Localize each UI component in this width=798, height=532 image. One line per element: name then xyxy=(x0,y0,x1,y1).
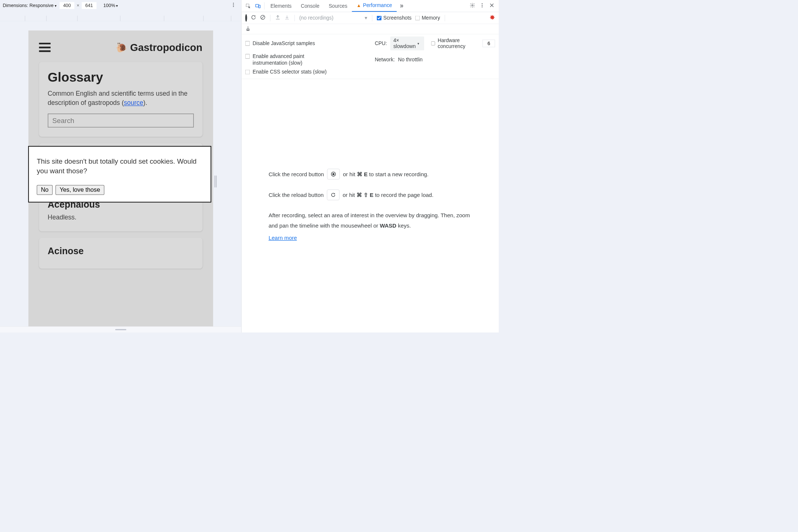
glossary-heading: Glossary xyxy=(48,70,194,85)
record-button[interactable] xyxy=(245,15,247,21)
network-throttle-select[interactable]: No throttlin xyxy=(398,57,422,62)
svg-point-2 xyxy=(233,6,234,7)
svg-rect-3 xyxy=(256,4,259,7)
hamburger-menu-icon[interactable] xyxy=(39,43,50,52)
drawer-handle[interactable] xyxy=(0,327,241,332)
entry-def: Headless. xyxy=(48,213,194,222)
ruler xyxy=(0,11,241,21)
zoom-dropdown[interactable]: 100% xyxy=(103,3,118,8)
reload-record-icon[interactable] xyxy=(251,14,256,21)
device-toolbar-menu-icon[interactable] xyxy=(228,2,239,9)
glossary-search-input[interactable] xyxy=(48,114,194,128)
devtools-menu-icon[interactable] xyxy=(480,3,485,10)
no-recordings-label: (no recordings) xyxy=(299,15,333,21)
svg-point-0 xyxy=(233,3,234,4)
times-symbol: × xyxy=(77,3,79,8)
perf-toolbar: (no recordings) ▾ Screenshots Memory xyxy=(242,12,499,24)
inspect-element-icon[interactable] xyxy=(243,0,253,12)
warning-icon: ▲ xyxy=(357,3,361,8)
snail-icon: 🐌 xyxy=(116,42,127,52)
tab-console[interactable]: Console xyxy=(296,0,324,12)
instruction-para: After recording, select an area of inter… xyxy=(269,211,472,231)
reload-button-inline[interactable] xyxy=(327,190,340,200)
setting-network-throttle: Network: No throttlin xyxy=(375,53,495,66)
hw-concurrency-input[interactable] xyxy=(482,40,495,47)
kebab-icon xyxy=(231,2,236,8)
app-title-text: Gastropodicon xyxy=(130,42,202,53)
load-profile-icon[interactable] xyxy=(275,14,280,21)
viewport-width-input[interactable] xyxy=(59,2,74,9)
device-toolbar: Dimensions: Responsive × 100% xyxy=(0,0,241,11)
glossary-source-link[interactable]: source xyxy=(124,99,143,106)
more-tabs-icon[interactable] xyxy=(397,0,406,12)
svg-rect-4 xyxy=(259,5,260,8)
tab-performance[interactable]: ▲ Performance xyxy=(352,0,397,12)
page-header: 🐌 Gastropodicon xyxy=(28,31,213,56)
app-title: 🐌 Gastropodicon xyxy=(116,42,202,53)
cpu-throttle-select[interactable]: 4× slowdown▾ xyxy=(390,37,424,51)
entry-card: Acinose xyxy=(39,238,202,269)
screenshots-checkbox[interactable]: Screenshots xyxy=(377,15,412,21)
perf-empty-state: Click the record button or hit ⌘ E to st… xyxy=(242,79,499,332)
svg-point-6 xyxy=(482,3,483,4)
recordings-dropdown-icon[interactable]: ▾ xyxy=(365,15,367,21)
save-profile-icon[interactable] xyxy=(284,14,290,21)
settings-gear-icon[interactable] xyxy=(470,3,475,10)
cookie-text: This site doesn't but totally could set … xyxy=(37,156,202,176)
memory-checkbox[interactable]: Memory xyxy=(415,15,440,21)
collect-garbage-icon[interactable] xyxy=(245,25,251,33)
devtools-panel: Elements Console Sources ▲ Performance xyxy=(241,0,499,332)
setting-css-stats[interactable]: Enable CSS selector stats (slow) xyxy=(245,69,366,75)
close-devtools-icon[interactable] xyxy=(489,3,495,10)
svg-point-1 xyxy=(233,4,234,6)
svg-point-5 xyxy=(472,4,473,6)
instruction-reload-line: Click the reload button or hit ⌘ ⇧ E to … xyxy=(269,190,472,200)
setting-hw-concurrency[interactable]: Hardware concurrency xyxy=(431,37,495,50)
capture-settings: Disable JavaScript samples CPU: 4× slowd… xyxy=(242,34,499,79)
tab-sources[interactable]: Sources xyxy=(324,0,352,12)
tab-elements[interactable]: Elements xyxy=(266,0,296,12)
record-button-inline[interactable] xyxy=(327,169,340,180)
instruction-record-line: Click the record button or hit ⌘ E to st… xyxy=(269,169,472,180)
viewport-resize-handle[interactable] xyxy=(214,175,217,188)
learn-more-link[interactable]: Learn more xyxy=(269,235,297,241)
device-toggle-icon[interactable] xyxy=(253,0,263,12)
setting-cpu-throttle: CPU: 4× slowdown▾ Hardware concurrency xyxy=(375,37,495,51)
glossary-subtitle: Common English and scientific terms used… xyxy=(48,89,194,108)
cookie-no-button[interactable]: No xyxy=(37,185,52,195)
entry-term: Acinose xyxy=(48,246,194,256)
clear-icon[interactable] xyxy=(260,14,266,21)
viewport-height-input[interactable] xyxy=(82,2,96,9)
glossary-intro-card: Glossary Common English and scientific t… xyxy=(39,62,202,137)
devtools-tab-bar: Elements Console Sources ▲ Performance xyxy=(242,0,499,12)
setting-adv-paint[interactable]: Enable advanced paint instrumentation (s… xyxy=(245,53,366,66)
cookie-yes-button[interactable]: Yes, love those xyxy=(55,185,104,195)
svg-point-7 xyxy=(482,5,483,6)
perf-toolbar-2 xyxy=(242,24,499,34)
svg-point-12 xyxy=(332,173,335,175)
dimensions-dropdown[interactable]: Dimensions: Responsive xyxy=(3,3,57,8)
svg-point-8 xyxy=(482,6,483,7)
setting-disable-js[interactable]: Disable JavaScript samples xyxy=(245,37,366,51)
cookie-consent-modal: This site doesn't but totally could set … xyxy=(28,146,211,202)
capture-settings-gear-icon[interactable] xyxy=(490,14,495,21)
